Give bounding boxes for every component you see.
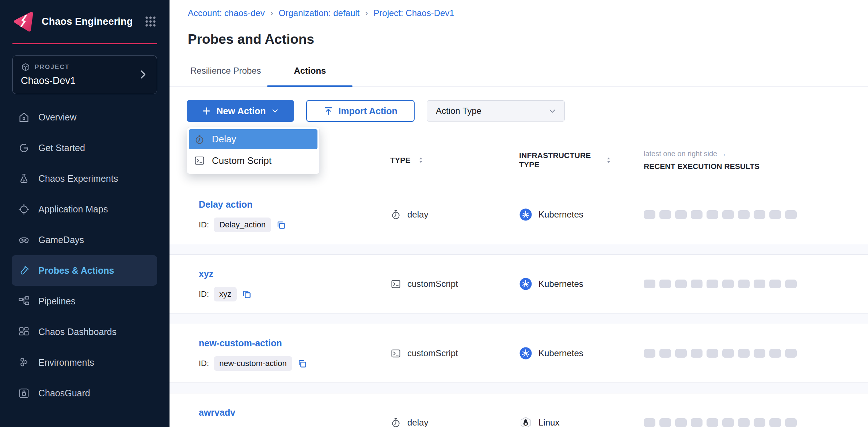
page-title: Probes and Actions	[188, 32, 314, 47]
execution-result-pill	[659, 349, 671, 358]
sidebar-item-application-maps[interactable]: Application Maps	[12, 194, 157, 224]
execution-result-pill	[691, 210, 703, 219]
row-separator	[170, 313, 868, 324]
action-name-link[interactable]: awrvadv	[199, 407, 235, 418]
main-content: Account: chaos-dev›Organization: default…	[170, 0, 868, 427]
copy-icon[interactable]	[276, 220, 286, 230]
type-value: customScript	[407, 279, 458, 289]
type-cell: customScript	[390, 255, 515, 313]
execution-result-pill	[769, 349, 781, 358]
sidebar-item-label: Get Started	[38, 143, 85, 153]
terminal-icon	[390, 278, 401, 290]
actions-table: Delay actionID:Delay_actiondelayKubernet…	[170, 185, 868, 427]
sidebar-item-chaos-experiments[interactable]: Chaos Experiments	[12, 163, 157, 194]
execution-result-pill	[738, 210, 750, 219]
apps-grid-icon[interactable]	[144, 15, 157, 28]
shield-lock-icon	[18, 387, 30, 400]
sidebar-item-gamedays[interactable]: GameDays	[12, 224, 157, 255]
execution-result-pill	[738, 418, 750, 427]
type-value: customScript	[407, 348, 458, 358]
sidebar-item-probes-actions[interactable]: Probes & Actions	[12, 255, 157, 286]
sidebar-item-label: Chaos Experiments	[38, 173, 118, 184]
project-selector[interactable]: PROJECT Chaos-Dev1	[12, 55, 157, 94]
sidebar-item-label: ChaosGuard	[38, 388, 90, 399]
action-name-link[interactable]: xyz	[199, 269, 213, 279]
get-started-icon	[18, 142, 30, 154]
type-cell: delay	[390, 393, 515, 427]
action-type-placeholder: Action Type	[436, 106, 481, 116]
execution-result-pill	[722, 280, 734, 288]
header-type-column: TYPE	[390, 156, 515, 165]
execution-result-pill	[691, 280, 703, 288]
stopwatch-icon	[390, 209, 401, 220]
chevron-right-icon	[137, 69, 149, 80]
new-action-menu: DelayCustom Script	[187, 127, 320, 174]
breadcrumb-link-2[interactable]: Organization: default	[279, 8, 359, 18]
execution-result-pill	[754, 418, 765, 427]
breadcrumb-link-1[interactable]: Account: chaos-dev	[188, 8, 265, 18]
action-name-link[interactable]: new-custom-action	[199, 338, 282, 349]
execution-result-pill	[785, 210, 797, 219]
project-label-row: PROJECT	[21, 62, 137, 72]
sidebar-item-overview[interactable]: Overview	[12, 102, 157, 132]
infrastructure-cell: Linux	[515, 393, 644, 427]
sidebar-item-label: GameDays	[38, 235, 84, 245]
execution-result-pill	[707, 349, 718, 358]
execution-result-pill	[738, 280, 750, 288]
execution-result-pill	[754, 210, 765, 219]
sidebar-item-label: Environments	[38, 357, 94, 368]
sort-icon[interactable]	[416, 156, 425, 165]
sort-icon[interactable]	[604, 156, 613, 165]
tab-resilience-probes[interactable]: Resilience Probes	[190, 55, 261, 86]
id-label: ID:	[199, 220, 209, 230]
table-row: xyzID:xyzcustomScriptKubernetes	[170, 255, 868, 313]
copy-icon[interactable]	[241, 289, 252, 300]
execution-result-pill	[675, 349, 687, 358]
menu-item-label: Custom Script	[212, 155, 271, 166]
execution-result-pill	[722, 210, 734, 219]
sidebar-item-chaosguard[interactable]: ChaosGuard	[12, 378, 157, 408]
harness-chaos-logo-icon	[12, 10, 35, 33]
new-action-button[interactable]: New Action	[187, 100, 294, 122]
table-row: Delay actionID:Delay_actiondelayKubernet…	[170, 185, 868, 244]
id-label: ID:	[199, 289, 209, 299]
stopwatch-icon	[390, 417, 401, 427]
execution-result-pill	[722, 418, 734, 427]
execution-result-pill	[675, 210, 687, 219]
name-cell: Delay actionID:Delay_action	[194, 185, 390, 244]
execution-result-pill	[769, 418, 781, 427]
sidebar-item-label: Application Maps	[38, 204, 108, 215]
execution-result-pill	[644, 349, 655, 358]
tab-actions[interactable]: Actions	[267, 55, 353, 86]
import-action-label: Import Action	[338, 106, 397, 116]
id-value: new-custom-action	[214, 356, 292, 371]
action-type-select[interactable]: Action Type	[427, 100, 565, 122]
sidebar-item-environments[interactable]: Environments	[12, 347, 157, 378]
execution-result-pill	[754, 280, 765, 288]
id-line: ID:Delay_action	[199, 218, 390, 232]
test-tube-icon	[18, 264, 30, 277]
execution-results	[644, 185, 868, 244]
execution-results	[644, 324, 868, 382]
sidebar-item-label: Pipelines	[38, 296, 75, 307]
action-name-link[interactable]: Delay action	[199, 199, 252, 210]
project-name: Chaos-Dev1	[21, 75, 137, 86]
sidebar-item-chaos-dashboards[interactable]: Chaos Dashboards	[12, 316, 157, 347]
sidebar-item-label: Chaos Dashboards	[38, 327, 117, 337]
sidebar-item-pipelines[interactable]: Pipelines	[12, 286, 157, 316]
flask-icon	[18, 172, 30, 185]
execution-result-pill	[769, 280, 781, 288]
execution-result-pill	[659, 210, 671, 219]
sidebar-nav: OverviewGet StartedChaos ExperimentsAppl…	[0, 102, 170, 408]
table-row: new-custom-actionID:new-custom-actioncus…	[170, 324, 868, 382]
copy-icon[interactable]	[297, 358, 308, 369]
cube-icon	[21, 62, 30, 72]
menu-item-custom-script[interactable]: Custom Script	[189, 149, 317, 172]
row-separator	[170, 382, 868, 393]
breadcrumb-link-3[interactable]: Project: Chaos-Dev1	[373, 8, 454, 18]
tab-bar: Resilience ProbesActions	[170, 55, 868, 87]
import-action-button[interactable]: Import Action	[306, 100, 415, 122]
menu-item-delay[interactable]: Delay	[189, 129, 317, 149]
infrastructure-value: Kubernetes	[538, 209, 583, 220]
sidebar-item-get-started[interactable]: Get Started	[12, 132, 157, 163]
